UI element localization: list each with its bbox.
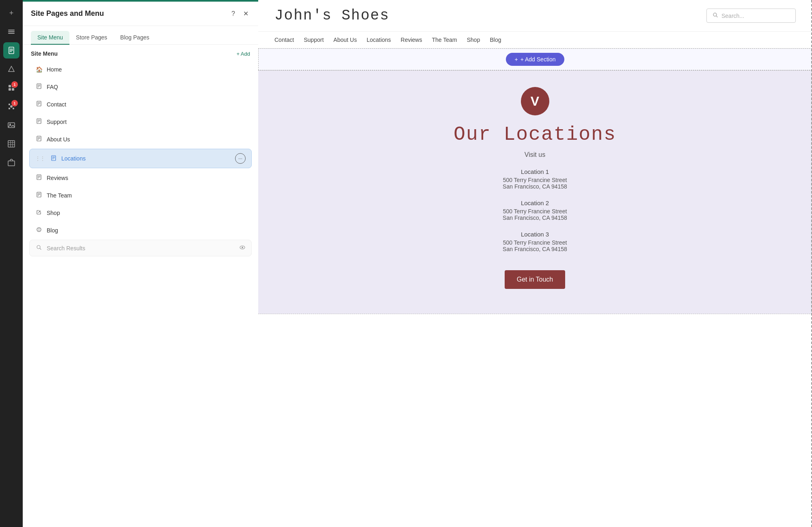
nav-item-shop[interactable]: Shop xyxy=(467,37,480,43)
menu-item-faq[interactable]: FAQ xyxy=(29,79,252,95)
tab-site-menu[interactable]: Site Menu xyxy=(31,31,69,45)
menu-item-label: About Us xyxy=(47,136,246,143)
search-icon-preview xyxy=(713,12,718,19)
menu-item-locations[interactable]: ⋮⋮ Locations ··· xyxy=(29,149,252,168)
portfolio-icon[interactable] xyxy=(3,154,19,171)
location-3-name: Location 3 xyxy=(503,231,567,238)
apps-badge: 1 xyxy=(11,81,18,88)
svg-rect-11 xyxy=(12,88,14,91)
menu-item-label: Reviews xyxy=(47,175,246,181)
menu-item-the-team[interactable]: The Team xyxy=(29,187,252,203)
svg-rect-0 xyxy=(8,30,15,30)
location-3-city: San Francisco, CA 94158 xyxy=(503,246,567,252)
svg-marker-7 xyxy=(9,66,14,72)
menu-item-blog[interactable]: Blog xyxy=(29,222,252,238)
preview-topbar: John's Shoes Search... xyxy=(258,0,812,32)
menu-item-label: The Team xyxy=(47,192,246,199)
media-icon[interactable] xyxy=(3,117,19,133)
nav-item-the-team[interactable]: The Team xyxy=(432,37,457,43)
svg-rect-5 xyxy=(10,50,13,51)
svg-rect-10 xyxy=(9,88,11,91)
menu-list: 🏠 Home FAQ Contact Support xyxy=(23,60,258,527)
drag-handle-icon: ⋮⋮ xyxy=(35,156,45,161)
blog-icon xyxy=(35,227,43,234)
nav-item-about-us[interactable]: About Us xyxy=(333,37,357,43)
location-2-name: Location 2 xyxy=(503,200,567,206)
nav-item-support[interactable]: Support xyxy=(304,37,324,43)
menu-item-label: Locations xyxy=(61,155,231,162)
sidebar-icons: + 1 xyxy=(0,0,23,527)
panel-header-actions: ? ✕ xyxy=(230,8,250,19)
menu-item-shop[interactable]: Shop xyxy=(29,205,252,221)
svg-rect-2 xyxy=(8,33,15,34)
widgets-badge: 1 xyxy=(11,100,18,106)
page-title: Our Locations xyxy=(454,124,616,145)
design-icon[interactable] xyxy=(3,61,19,77)
location-1-name: Location 1 xyxy=(503,168,567,175)
add-page-button[interactable]: + Add xyxy=(236,51,250,57)
tab-store-pages[interactable]: Store Pages xyxy=(69,31,114,45)
menu-item-more-button[interactable]: ··· xyxy=(235,153,246,164)
search-results-label: Search Results xyxy=(47,245,235,252)
tab-blog-pages[interactable]: Blog Pages xyxy=(114,31,156,45)
svg-rect-13 xyxy=(9,104,10,105)
location-block-1: Location 1 500 Terry Francine Street San… xyxy=(503,168,567,190)
link-icon xyxy=(35,209,43,216)
menu-item-label: FAQ xyxy=(47,84,246,90)
menu-item-label: Home xyxy=(47,66,246,73)
eye-icon xyxy=(239,244,246,252)
widgets-icon[interactable]: 1 xyxy=(3,98,19,115)
site-menu-section: Site Menu + Add xyxy=(23,45,258,60)
location-block-3: Location 3 500 Terry Francine Street San… xyxy=(503,231,567,252)
menu-item-label: Shop xyxy=(47,210,246,216)
page-icon xyxy=(35,136,43,143)
svg-point-55 xyxy=(39,230,39,231)
nav-item-blog[interactable]: Blog xyxy=(490,37,501,43)
site-menu-label: Site Menu xyxy=(31,50,58,57)
add-section-button[interactable]: + + Add Section xyxy=(506,53,565,66)
location-1-city: San Francisco, CA 94158 xyxy=(503,183,567,190)
menu-item-support[interactable]: Support xyxy=(29,114,252,130)
menu-item-about-us[interactable]: About Us xyxy=(29,131,252,147)
menu-item-contact[interactable]: Contact xyxy=(29,96,252,112)
help-button[interactable]: ? xyxy=(230,9,237,19)
apps-icon[interactable]: 1 xyxy=(3,80,19,96)
add-section-label: + Add Section xyxy=(520,56,556,63)
page-icon xyxy=(35,192,43,199)
get-in-touch-button[interactable]: Get in Touch xyxy=(505,270,566,289)
nav-item-reviews[interactable]: Reviews xyxy=(401,37,422,43)
search-box[interactable]: Search... xyxy=(706,9,796,23)
table-icon[interactable] xyxy=(3,136,19,152)
home-icon: 🏠 xyxy=(35,66,43,73)
location-3-street: 500 Terry Francine Street xyxy=(503,239,567,246)
page-icon xyxy=(35,118,43,125)
page-type-tabs: Site Menu Store Pages Blog Pages xyxy=(23,26,258,45)
location-1-street: 500 Terry Francine Street xyxy=(503,177,567,183)
site-pages-panel: Site Pages and Menu ? ✕ Site Menu Store … xyxy=(23,0,258,527)
menu-item-reviews[interactable]: Reviews xyxy=(29,170,252,186)
visit-us-text: Visit us xyxy=(525,151,545,158)
location-2-city: San Francisco, CA 94158 xyxy=(503,215,567,221)
panel-title: Site Pages and Menu xyxy=(31,9,104,18)
pages-icon[interactable] xyxy=(3,42,19,59)
nav-item-locations[interactable]: Locations xyxy=(367,37,391,43)
close-button[interactable]: ✕ xyxy=(242,8,250,19)
menu-icon[interactable] xyxy=(3,24,19,40)
svg-rect-17 xyxy=(8,123,15,128)
add-section-bar: + + Add Section xyxy=(258,48,812,70)
svg-rect-1 xyxy=(8,31,15,32)
preview-nav: Contact Support About Us Locations Revie… xyxy=(258,32,812,48)
location-2-street: 500 Terry Francine Street xyxy=(503,208,567,215)
svg-point-60 xyxy=(713,13,717,16)
menu-item-home[interactable]: 🏠 Home xyxy=(29,62,252,77)
add-icon[interactable]: + xyxy=(3,5,19,21)
svg-rect-8 xyxy=(9,85,11,87)
preview-body: V Our Locations Visit us Location 1 500 … xyxy=(258,70,812,314)
search-results-item[interactable]: Search Results xyxy=(29,240,252,256)
page-icon xyxy=(50,155,57,162)
svg-rect-24 xyxy=(8,161,15,166)
svg-rect-4 xyxy=(10,49,13,50)
nav-item-contact[interactable]: Contact xyxy=(274,37,294,43)
avatar: V xyxy=(521,87,549,115)
menu-item-label: Contact xyxy=(47,101,246,108)
